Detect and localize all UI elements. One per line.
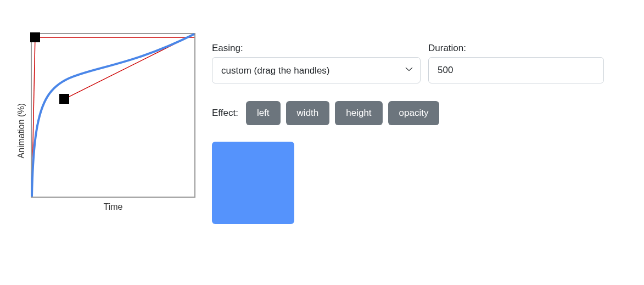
controls-column: Easing: custom (drag the handles) Durati…: [212, 33, 622, 224]
effect-width-button[interactable]: width: [286, 101, 330, 125]
duration-input[interactable]: [428, 57, 604, 83]
animation-preview-box: [212, 142, 294, 224]
bezier-handle-2[interactable]: [59, 94, 69, 104]
effect-label: Effect:: [212, 108, 238, 119]
easing-graph[interactable]: [31, 33, 195, 198]
graph-column: Animation (%) Time: [16, 33, 195, 212]
easing-select[interactable]: custom (drag the handles): [212, 57, 421, 83]
graph-wrap: Time: [31, 33, 195, 212]
duration-field: Duration:: [428, 43, 604, 83]
effect-opacity-button[interactable]: opacity: [388, 101, 440, 125]
easing-curve-svg: [32, 34, 194, 197]
bezier-handle-1[interactable]: [30, 32, 40, 42]
inputs-row: Easing: custom (drag the handles) Durati…: [212, 43, 622, 83]
bezier-curve: [32, 34, 194, 197]
effect-left-button[interactable]: left: [246, 101, 281, 125]
x-axis-label: Time: [104, 202, 123, 212]
effect-row: Effect: left width height opacity: [212, 101, 622, 125]
easing-label: Easing:: [212, 43, 421, 54]
easing-select-wrap: custom (drag the handles): [212, 57, 421, 83]
effect-height-button[interactable]: height: [335, 101, 382, 125]
duration-label: Duration:: [428, 43, 604, 54]
y-axis-label: Animation (%): [16, 87, 26, 158]
animation-easing-editor: Animation (%) Time Easing:: [0, 0, 644, 246]
easing-field: Easing: custom (drag the handles): [212, 43, 421, 83]
